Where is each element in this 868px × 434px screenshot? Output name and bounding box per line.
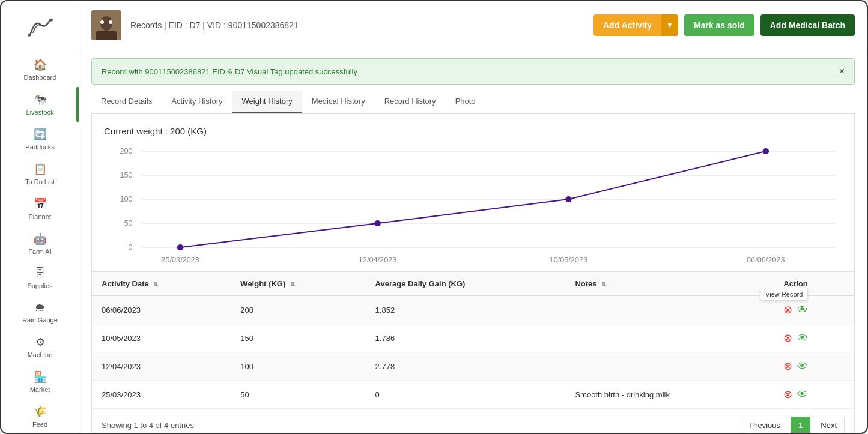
svg-text:100: 100 [120, 195, 132, 203]
cell-avg-gain: 1.852 [366, 296, 566, 324]
svg-rect-4 [96, 31, 117, 40]
table-row: 12/04/2023 100 2.778 ⊗ 👁 [92, 352, 854, 381]
machine-icon: ⚙ [35, 336, 45, 349]
cell-weight: 200 [231, 296, 365, 324]
svg-text:10/05/2023: 10/05/2023 [550, 256, 588, 264]
col-weight[interactable]: Weight (KG) ⇅ [231, 272, 365, 296]
view-record-button[interactable]: 👁 [797, 304, 808, 316]
sidebar-item-todo[interactable]: 📋 To Do List [1, 157, 79, 191]
success-message: Record with 900115002386821 EID & D7 Vis… [102, 67, 357, 76]
sidebar-item-label: Farm AI [28, 248, 52, 255]
paddocks-icon: 🔄 [34, 128, 47, 141]
chart-section: Current weight : 200 (KG) 200 150 100 50 [91, 113, 855, 271]
pagination: Previous 1 Next [742, 417, 845, 433]
data-table: Activity Date ⇅ Weight (KG) ⇅ Average Da… [92, 272, 854, 409]
avatar [91, 10, 121, 40]
close-banner-button[interactable]: × [839, 66, 845, 77]
svg-text:150: 150 [120, 171, 132, 179]
page-1-button[interactable]: 1 [791, 417, 810, 433]
sidebar-item-market[interactable]: 🏪 Market [1, 364, 79, 399]
sidebar-item-label: Livestock [26, 109, 54, 116]
next-page-button[interactable]: Next [813, 417, 845, 433]
cell-avg-gain: 1.786 [366, 324, 566, 352]
sort-icon-notes: ⇅ [601, 281, 606, 288]
sidebar-item-farm-ai[interactable]: 🤖 Farm AI [1, 226, 79, 261]
sidebar-logo [1, 7, 79, 52]
rain-gauge-icon: 🌧 [35, 301, 46, 314]
tab-record-details[interactable]: Record Details [91, 91, 162, 113]
svg-text:12/04/2023: 12/04/2023 [359, 256, 397, 264]
success-banner: Record with 900115002386821 EID & D7 Vis… [91, 58, 855, 85]
sidebar-item-label: Planner [29, 213, 52, 220]
add-activity-dropdown-button[interactable]: ▼ [661, 14, 678, 36]
weight-table: Activity Date ⇅ Weight (KG) ⇅ Average Da… [91, 271, 855, 433]
svg-point-6 [109, 20, 112, 24]
svg-point-24 [763, 148, 769, 154]
view-record-tooltip-container: 👁 View Record [797, 304, 808, 316]
sort-icon-weight: ⇅ [290, 281, 295, 288]
livestock-icon: 🐄 [34, 93, 47, 106]
action-icons: ⊗ 👁 [783, 388, 845, 401]
weight-chart: 200 150 100 50 0 25/03/2023 12/04/2023 1… [104, 145, 842, 265]
tab-record-history[interactable]: Record History [375, 91, 446, 113]
svg-text:0: 0 [129, 243, 133, 252]
tab-weight-history[interactable]: Weight History [232, 91, 302, 113]
svg-point-0 [28, 34, 31, 37]
delete-record-button[interactable]: ⊗ [783, 303, 792, 316]
sidebar-item-label: Paddocks [25, 143, 54, 151]
svg-text:200: 200 [120, 147, 132, 155]
delete-record-button[interactable]: ⊗ [783, 388, 792, 401]
cell-avg-gain: 0 [366, 381, 566, 409]
sidebar-item-dashboard[interactable]: 🏠 Dashboard [1, 52, 79, 87]
view-record-button[interactable]: 👁 [797, 360, 808, 373]
tab-photo[interactable]: Photo [446, 91, 485, 113]
add-activity-group: Add Activity ▼ [593, 14, 678, 36]
view-record-button[interactable]: 👁 [797, 332, 808, 345]
svg-point-1 [49, 19, 52, 22]
sidebar-item-feed[interactable]: 🌾 Feed [1, 399, 79, 434]
chart-container: 200 150 100 50 0 25/03/2023 12/04/2023 1… [104, 145, 842, 265]
add-activity-button[interactable]: Add Activity [593, 14, 661, 36]
cell-weight: 150 [231, 324, 365, 352]
feed-icon: 🌾 [34, 405, 47, 418]
sidebar-item-planner[interactable]: 📅 Planner [1, 191, 79, 226]
mark-as-sold-button[interactable]: Mark as sold [684, 14, 754, 36]
sidebar-item-label: Supplies [27, 282, 52, 289]
view-record-button[interactable]: 👁 [797, 388, 808, 401]
svg-text:50: 50 [124, 219, 133, 228]
tab-activity-history[interactable]: Activity History [162, 91, 232, 113]
table-footer: Showing 1 to 4 of 4 entries Previous 1 N… [92, 409, 854, 433]
previous-page-button[interactable]: Previous [742, 417, 788, 433]
col-avg-gain: Average Daily Gain (KG) [366, 272, 566, 296]
sidebar-item-livestock[interactable]: 🐄 Livestock [1, 87, 79, 122]
cell-date: 06/06/2023 [92, 296, 231, 324]
delete-record-button[interactable]: ⊗ [783, 331, 792, 345]
svg-point-5 [100, 20, 104, 24]
tab-medical-history[interactable]: Medical History [302, 91, 375, 113]
sidebar-item-rain-gauge[interactable]: 🌧 Rain Gauge [1, 295, 79, 330]
cell-weight: 50 [231, 381, 365, 409]
sidebar-item-paddocks[interactable]: 🔄 Paddocks [1, 122, 79, 157]
sidebar-item-label: Rain Gauge [22, 316, 58, 324]
sidebar-item-label: Market [30, 386, 50, 393]
action-icons: ⊗ 👁 View Record [783, 303, 845, 316]
sidebar-item-supplies[interactable]: 🗄 Supplies [1, 261, 79, 295]
svg-point-23 [565, 196, 572, 202]
action-icons: ⊗ 👁 [783, 331, 845, 345]
market-icon: 🏪 [34, 370, 47, 384]
sort-icon-date: ⇅ [153, 281, 158, 288]
col-notes[interactable]: Notes ⇅ [565, 272, 774, 296]
sidebar-item-machine[interactable]: ⚙ Machine [1, 330, 79, 364]
header: Records | EID : D7 | VID : 9001150023868… [79, 1, 867, 49]
add-medical-batch-button[interactable]: Add Medical Batch [760, 14, 855, 36]
sidebar-item-label: To Do List [25, 178, 55, 185]
sidebar-item-label: Feed [32, 421, 47, 428]
col-activity-date[interactable]: Activity Date ⇅ [92, 272, 231, 296]
cell-action: ⊗ 👁 View Record [774, 296, 854, 324]
cell-action: ⊗ 👁 [774, 352, 854, 381]
delete-record-button[interactable]: ⊗ [783, 360, 792, 373]
cell-notes [565, 352, 774, 381]
sidebar-item-label: Dashboard [24, 74, 56, 81]
svg-text:25/03/2023: 25/03/2023 [161, 256, 199, 264]
table-header-row: Activity Date ⇅ Weight (KG) ⇅ Average Da… [92, 272, 854, 296]
